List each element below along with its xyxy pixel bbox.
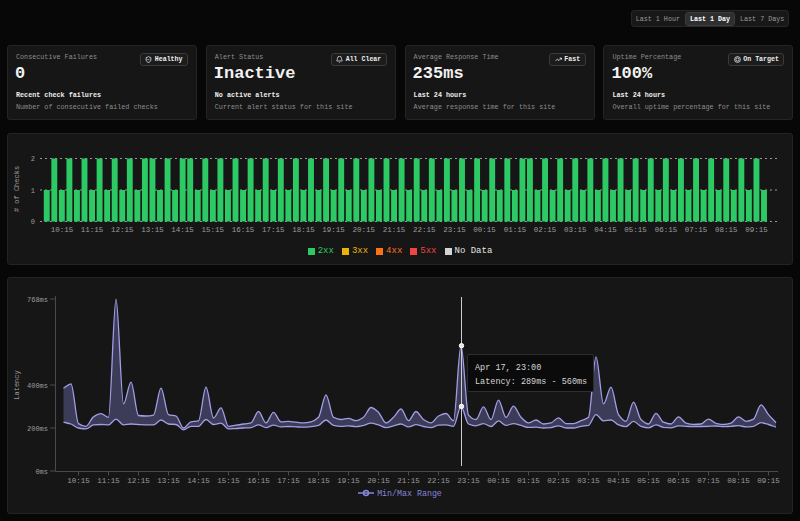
svg-text:09:15: 09:15 (757, 477, 780, 485)
svg-text:04:15: 04:15 (607, 477, 630, 485)
svg-text:768ms: 768ms (27, 296, 48, 304)
svg-text:12:15: 12:15 (127, 477, 150, 485)
svg-text:08:15: 08:15 (727, 477, 750, 485)
svg-text:17:15: 17:15 (277, 477, 300, 485)
svg-text:05:15: 05:15 (637, 477, 660, 485)
svg-text:21:15: 21:15 (397, 477, 420, 485)
svg-text:22:15: 22:15 (427, 477, 450, 485)
svg-text:19:15: 19:15 (337, 477, 360, 485)
svg-text:400ms: 400ms (27, 382, 48, 390)
svg-text:16:15: 16:15 (247, 477, 270, 485)
svg-text:23:15: 23:15 (457, 477, 480, 485)
svg-text:14:15: 14:15 (187, 477, 210, 485)
svg-text:00:15: 00:15 (487, 477, 510, 485)
svg-text:07:15: 07:15 (697, 477, 720, 485)
svg-text:10:15: 10:15 (67, 477, 90, 485)
svg-text:01:15: 01:15 (517, 477, 540, 485)
svg-text:06:15: 06:15 (667, 477, 690, 485)
svg-text:13:15: 13:15 (157, 477, 180, 485)
svg-text:200ms: 200ms (27, 425, 48, 433)
svg-text:11:15: 11:15 (97, 477, 120, 485)
svg-text:15:15: 15:15 (217, 477, 240, 485)
svg-text:0ms: 0ms (35, 468, 48, 476)
svg-text:18:15: 18:15 (307, 477, 330, 485)
svg-text:02:15: 02:15 (547, 477, 570, 485)
svg-text:Latency: Latency (13, 370, 21, 399)
svg-text:20:15: 20:15 (367, 477, 390, 485)
svg-text:03:15: 03:15 (577, 477, 600, 485)
